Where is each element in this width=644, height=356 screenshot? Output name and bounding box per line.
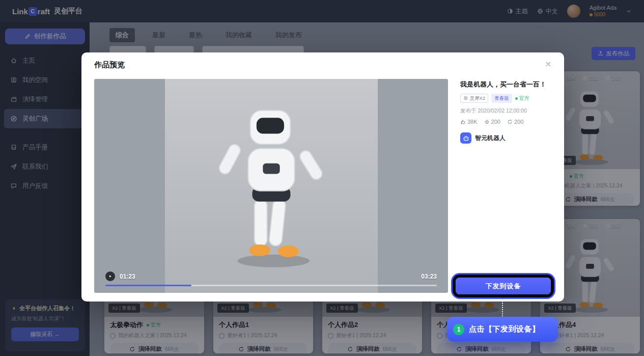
app-root: Link C raft 灵创平台 主题 中文 Agibot Ada 5000 (0, 0, 644, 356)
share-count: 200 (507, 119, 523, 125)
work-stats: 38K 200 200 (460, 119, 557, 125)
guide-text: 点击【下发到设备】 (469, 324, 540, 334)
deploy-to-device-button[interactable]: 下发到设备 (456, 278, 551, 294)
official-tag: 官方 (515, 95, 529, 102)
work-title: 我是机器人，买一台省一百！ (460, 80, 557, 89)
author-avatar (460, 132, 471, 144)
play-icon (108, 274, 113, 279)
model-tag: 灵犀X2 (460, 94, 488, 103)
author-name: 智元机器人 (475, 134, 506, 143)
author-row[interactable]: 智元机器人 (460, 132, 557, 144)
robot-cube-icon (463, 96, 468, 101)
modal-title: 作品预览 (94, 60, 125, 70)
player-controls: 01:23 03:23 (105, 271, 437, 286)
guide-step-number: 1 (453, 324, 464, 335)
thumbs-up-icon (460, 119, 466, 125)
star-count: 200 (484, 119, 500, 125)
repost-icon (507, 119, 513, 125)
progress-fill (105, 285, 191, 286)
close-icon[interactable] (545, 61, 552, 68)
like-count: 38K (460, 119, 478, 125)
publish-date: 发布于 2020/02/02 12:00:00 (460, 107, 557, 115)
preview-modal: 作品预览 01:23 03:23 我是机器人，买一台省一百！ (81, 52, 564, 302)
guide-connector-line (502, 299, 503, 316)
edition-tag: 青春版 (491, 94, 512, 103)
current-time: 01:23 (120, 273, 135, 280)
star-icon (484, 119, 490, 125)
official-dot-icon (515, 97, 518, 100)
deploy-highlight-ring: 下发到设备 (456, 278, 551, 294)
guide-tooltip: 1 点击【下发到设备】 (447, 317, 558, 342)
robot-face-icon (463, 135, 469, 142)
work-info-panel: 我是机器人，买一台省一百！ 灵犀X2 青春版 官方 发布于 2020/02/02… (460, 80, 557, 144)
total-time: 03:23 (421, 273, 437, 280)
video-player[interactable]: 01:23 03:23 (94, 79, 448, 293)
work-tags: 灵犀X2 青春版 官方 (460, 94, 557, 103)
robot-figure (208, 102, 335, 271)
play-button[interactable] (105, 271, 115, 281)
progress-bar[interactable] (105, 285, 437, 286)
